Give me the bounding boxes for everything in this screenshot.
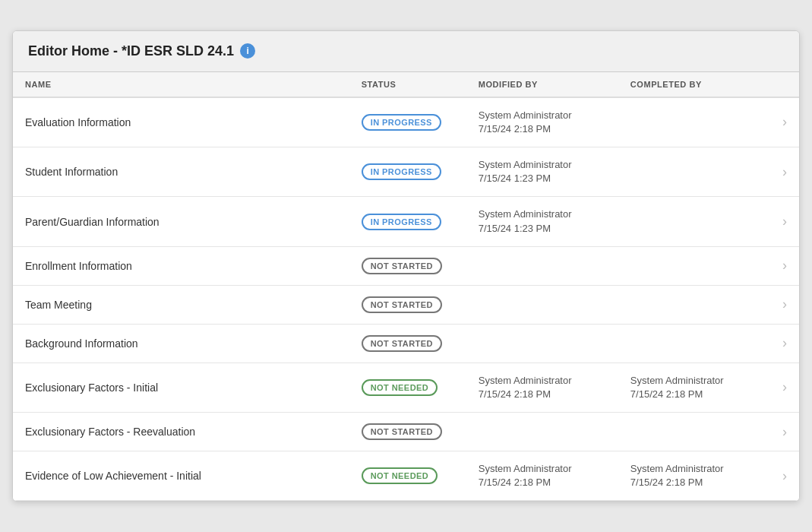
chevron-right-icon: › [782, 335, 787, 350]
status-badge: NOT STARTED [362, 423, 442, 440]
row-name: Background Information [25, 337, 138, 350]
modified-by-text: System Administrator7/15/24 1:23 PM [479, 158, 606, 185]
col-modified: MODIFIED BY [466, 72, 618, 97]
row-status-cell: IN PROGRESS [349, 147, 466, 196]
row-chevron-cell[interactable]: › [770, 197, 799, 246]
table-row[interactable]: Evidence of Low Achievement - InitialNOT… [13, 451, 799, 501]
row-modified-cell [466, 246, 618, 285]
row-name-cell: Exclusionary Factors - Reevaluation [13, 413, 349, 451]
table-row[interactable]: Exclusionary Factors - InitialNOT NEEDED… [13, 363, 799, 412]
modified-by-text: System Administrator7/15/24 2:18 PM [479, 374, 606, 401]
row-status-cell: NOT STARTED [349, 324, 466, 363]
row-name: Enrollment Information [25, 260, 132, 272]
editor-table: NAME STATUS MODIFIED BY COMPLETED BY Eva… [13, 72, 799, 502]
status-badge: IN PROGRESS [362, 163, 441, 180]
chevron-right-icon: › [782, 114, 787, 129]
chevron-right-icon: › [782, 468, 787, 483]
row-modified-cell: System Administrator7/15/24 2:18 PM [466, 363, 618, 412]
row-completed-cell [618, 147, 770, 196]
row-completed-cell [618, 246, 770, 285]
modified-by-text: System Administrator7/15/24 2:18 PM [479, 462, 606, 489]
modified-by-text: System Administrator7/15/24 2:18 PM [479, 109, 606, 136]
row-chevron-cell[interactable]: › [770, 413, 799, 451]
row-modified-cell: System Administrator7/15/24 2:18 PM [466, 97, 618, 147]
chevron-right-icon: › [782, 424, 787, 439]
page-header: Editor Home - *ID ESR SLD 24.1 i [13, 31, 799, 72]
table-body: Evaluation InformationIN PROGRESSSystem … [13, 97, 799, 501]
row-status-cell: NOT NEEDED [349, 363, 466, 412]
row-name-cell: Exclusionary Factors - Initial [13, 363, 349, 412]
row-completed-cell [618, 324, 770, 363]
status-badge: NOT STARTED [362, 335, 442, 352]
info-icon[interactable]: i [240, 43, 255, 59]
col-name: NAME [13, 72, 349, 97]
row-modified-cell [466, 285, 618, 324]
row-name: Evaluation Information [25, 116, 131, 128]
chevron-right-icon: › [782, 214, 787, 229]
row-completed-cell [618, 413, 770, 451]
table-row[interactable]: Evaluation InformationIN PROGRESSSystem … [13, 97, 799, 147]
row-chevron-cell[interactable]: › [770, 363, 799, 412]
row-name: Team Meeting [25, 299, 92, 311]
row-modified-cell [466, 324, 618, 363]
status-badge: NOT STARTED [362, 258, 442, 274]
row-completed-cell: System Administrator7/15/24 2:18 PM [618, 451, 770, 501]
row-modified-cell: System Administrator7/15/24 1:23 PM [466, 147, 618, 196]
col-chevron-header [770, 72, 799, 97]
row-status-cell: IN PROGRESS [349, 197, 466, 246]
row-name: Parent/Guardian Information [25, 216, 160, 228]
row-name-cell: Student Information [13, 147, 349, 196]
row-name: Exclusionary Factors - Reevaluation [25, 426, 195, 438]
table-row[interactable]: Team MeetingNOT STARTED› [13, 285, 799, 324]
chevron-right-icon: › [782, 164, 787, 179]
completed-by-text: System Administrator7/15/24 2:18 PM [630, 374, 758, 401]
col-completed: COMPLETED BY [618, 72, 770, 97]
row-modified-cell: System Administrator7/15/24 1:23 PM [466, 197, 618, 246]
status-badge: IN PROGRESS [362, 114, 441, 131]
row-status-cell: NOT STARTED [349, 413, 466, 451]
row-modified-cell: System Administrator7/15/24 2:18 PM [466, 451, 618, 501]
row-name-cell: Evidence of Low Achievement - Initial [13, 451, 349, 501]
row-completed-cell [618, 97, 770, 147]
status-badge: NOT NEEDED [362, 467, 438, 484]
row-status-cell: NOT STARTED [349, 246, 466, 285]
table-row[interactable]: Parent/Guardian InformationIN PROGRESSSy… [13, 197, 799, 246]
row-name: Evidence of Low Achievement - Initial [25, 470, 201, 482]
chevron-right-icon: › [782, 296, 787, 312]
table-row[interactable]: Background InformationNOT STARTED› [13, 324, 799, 363]
header-row: NAME STATUS MODIFIED BY COMPLETED BY [13, 72, 799, 97]
row-status-cell: IN PROGRESS [349, 97, 466, 147]
row-name-cell: Background Information [13, 324, 349, 363]
row-completed-cell [618, 285, 770, 324]
row-name-cell: Evaluation Information [13, 97, 349, 147]
table-row[interactable]: Exclusionary Factors - ReevaluationNOT S… [13, 413, 799, 451]
chevron-right-icon: › [782, 258, 787, 273]
row-chevron-cell[interactable]: › [770, 97, 799, 147]
table-header: NAME STATUS MODIFIED BY COMPLETED BY [13, 72, 799, 97]
status-badge: IN PROGRESS [362, 214, 441, 230]
row-status-cell: NOT STARTED [349, 285, 466, 324]
row-name-cell: Parent/Guardian Information [13, 197, 349, 246]
row-chevron-cell[interactable]: › [770, 451, 799, 501]
row-name-cell: Enrollment Information [13, 246, 349, 285]
row-modified-cell [466, 413, 618, 451]
status-badge: NOT NEEDED [362, 379, 438, 396]
col-status: STATUS [349, 72, 466, 97]
page-title: Editor Home - *ID ESR SLD 24.1 [28, 43, 234, 59]
row-completed-cell: System Administrator7/15/24 2:18 PM [618, 363, 770, 412]
modified-by-text: System Administrator7/15/24 1:23 PM [479, 207, 606, 235]
table-row[interactable]: Student InformationIN PROGRESSSystem Adm… [13, 147, 799, 196]
row-chevron-cell[interactable]: › [770, 324, 799, 363]
row-completed-cell [618, 197, 770, 246]
row-chevron-cell[interactable]: › [770, 246, 799, 285]
status-badge: NOT STARTED [362, 296, 442, 313]
row-chevron-cell[interactable]: › [770, 147, 799, 196]
row-name: Exclusionary Factors - Initial [25, 382, 158, 394]
row-name-cell: Team Meeting [13, 285, 349, 324]
table-row[interactable]: Enrollment InformationNOT STARTED› [13, 246, 799, 285]
row-chevron-cell[interactable]: › [770, 285, 799, 324]
completed-by-text: System Administrator7/15/24 2:18 PM [630, 462, 758, 489]
chevron-right-icon: › [782, 379, 787, 394]
row-name: Student Information [25, 166, 118, 178]
editor-home-container: Editor Home - *ID ESR SLD 24.1 i NAME ST… [12, 30, 800, 502]
